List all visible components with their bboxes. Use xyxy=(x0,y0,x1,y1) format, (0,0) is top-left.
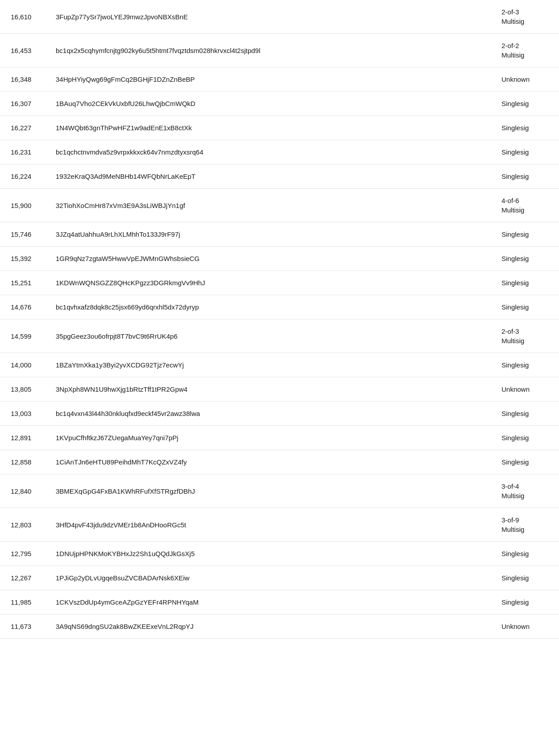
table-row: 12,8581CiAnTJn6eHTU89PeihdMhT7KcQZxVZ4fy… xyxy=(0,450,559,474)
table-row: 15,2511KDWnWQNSGZZ8QHcKPgzz3DGRkmgVv9HhJ… xyxy=(0,271,559,295)
row-number: 12,267 xyxy=(0,566,45,590)
table-row: 16,453bc1qx2x5cqhymfcnjtg902ky6u5t5htmt7… xyxy=(0,34,559,67)
row-address: 3HfD4pvF43jdu9dzVMEr1b8AnDHooRGc5t xyxy=(45,508,487,542)
row-type: Singlesig xyxy=(487,222,559,247)
row-number: 14,599 xyxy=(0,319,45,353)
row-address: 1PJiGp2yDLvUgqeBsuZVCBADArNsk6XEiw xyxy=(45,566,487,590)
table-row: 16,231bc1qchctnvmdva5z9vrpxkkxck64v7nmzd… xyxy=(0,140,559,164)
main-container: 16,6103FupZp77ySr7jwoLYEJ9mwzJpvoNBXsBnE… xyxy=(0,0,559,756)
table-row: 12,8911KVpuCfhftkzJ67ZUegaMuaYey7qni7pPj… xyxy=(0,426,559,450)
row-type: Singlesig xyxy=(487,542,559,566)
row-address: 3FupZp77ySr7jwoLYEJ9mwzJpvoNBXsBnE xyxy=(45,0,487,34)
row-address: 1KVpuCfhftkzJ67ZUegaMuaYey7qni7pPj xyxy=(45,426,487,450)
row-type: Singlesig xyxy=(487,402,559,426)
table-row: 15,3921GR9qNz7zgtaW5HwwVpEJWMnGWhsbsieCG… xyxy=(0,247,559,271)
row-number: 16,453 xyxy=(0,34,45,67)
table-row: 15,90032TiohXoCmHr87xVm3E9A3sLiWBJjYn1gf… xyxy=(0,189,559,222)
row-type: 4-of-6Multisig xyxy=(487,189,559,222)
row-type: Singlesig xyxy=(487,566,559,590)
table-row: 11,9851CKVszDdUp4ymGceAZpGzYEFr4RPNHYqaM… xyxy=(0,590,559,615)
table-row: 12,7951DNUjpHPNKMoKYBHxJz2Sh1uQQdJkGsXj5… xyxy=(0,542,559,566)
row-number: 15,900 xyxy=(0,189,45,222)
row-type: Singlesig xyxy=(487,271,559,295)
row-number: 15,746 xyxy=(0,222,45,247)
row-type: Unknown xyxy=(487,377,559,402)
row-type: Singlesig xyxy=(487,116,559,140)
row-type: Singlesig xyxy=(487,590,559,615)
row-address: 32TiohXoCmHr87xVm3E9A3sLiWBJjYn1gf xyxy=(45,189,487,222)
row-address: bc1qvhxafz8dqk8c25jsx669yd6qrxhl5dx72dyr… xyxy=(45,295,487,319)
row-type: Singlesig xyxy=(487,450,559,474)
table-row: 15,7463JZq4atUahhuA9rLhXLMhhTo133J9rF97j… xyxy=(0,222,559,247)
row-address: 34HpHYiyQwg69gFmCq2BGHjF1DZnZnBeBP xyxy=(45,67,487,92)
row-address: 1932eKraQ3Ad9MeNBHb14WFQbNrLaKeEpT xyxy=(45,164,487,189)
row-number: 12,803 xyxy=(0,508,45,542)
table-row: 12,8403BMEXqGpG4FxBA1KWhRFufXfSTRgzfDBhJ… xyxy=(0,474,559,508)
row-type: 3-of-4Multisig xyxy=(487,474,559,508)
row-type: Singlesig xyxy=(487,353,559,377)
row-number: 14,676 xyxy=(0,295,45,319)
row-type: Singlesig xyxy=(487,164,559,189)
table-row: 13,003bc1q4vxn43l44h30nkluqfxd9eckf45vr2… xyxy=(0,402,559,426)
table-row: 14,59935pgGeez3ou6ofrpjt8T7bvC9t6RrUK4p6… xyxy=(0,319,559,353)
table-row: 16,34834HpHYiyQwg69gFmCq2BGHjF1DZnZnBeBP… xyxy=(0,67,559,92)
table-row: 16,3071BAuq7Vho2CEkVkUxbfU26LhwQjbCmWQkD… xyxy=(0,92,559,116)
row-address: bc1qchctnvmdva5z9vrpxkkxck64v7nmzdtyxsrq… xyxy=(45,140,487,164)
row-number: 16,231 xyxy=(0,140,45,164)
row-address: 1GR9qNz7zgtaW5HwwVpEJWMnGWhsbsieCG xyxy=(45,247,487,271)
row-address: 3JZq4atUahhuA9rLhXLMhhTo133J9rF97j xyxy=(45,222,487,247)
table-row: 11,6733A9qNS69dngSU2ak8BwZKEExeVnL2RqpYJ… xyxy=(0,615,559,639)
row-number: 16,224 xyxy=(0,164,45,189)
row-type: Singlesig xyxy=(487,426,559,450)
row-address: 35pgGeez3ou6ofrpjt8T7bvC9t6RrUK4p6 xyxy=(45,319,487,353)
table-row: 12,8033HfD4pvF43jdu9dzVMEr1b8AnDHooRGc5t… xyxy=(0,508,559,542)
row-number: 11,673 xyxy=(0,615,45,639)
table-row: 16,2271N4WQbt63gnThPwHFZ1w9adEnE1xB8ctXk… xyxy=(0,116,559,140)
row-number: 16,307 xyxy=(0,92,45,116)
row-type: Unknown xyxy=(487,67,559,92)
row-number: 16,227 xyxy=(0,116,45,140)
row-address: 1CKVszDdUp4ymGceAZpGzYEFr4RPNHYqaM xyxy=(45,590,487,615)
row-number: 16,348 xyxy=(0,67,45,92)
row-number: 12,891 xyxy=(0,426,45,450)
row-number: 12,858 xyxy=(0,450,45,474)
row-number: 13,805 xyxy=(0,377,45,402)
row-type: Singlesig xyxy=(487,247,559,271)
row-address: bc1qx2x5cqhymfcnjtg902ky6u5t5htmt7fvqztd… xyxy=(45,34,487,67)
row-number: 16,610 xyxy=(0,0,45,34)
data-table: 16,6103FupZp77ySr7jwoLYEJ9mwzJpvoNBXsBnE… xyxy=(0,0,559,639)
table-row: 16,2241932eKraQ3Ad9MeNBHb14WFQbNrLaKeEpT… xyxy=(0,164,559,189)
row-address: 3BMEXqGpG4FxBA1KWhRFufXfSTRgzfDBhJ xyxy=(45,474,487,508)
row-number: 14,000 xyxy=(0,353,45,377)
row-type: 2-of-3Multisig xyxy=(487,319,559,353)
row-number: 11,985 xyxy=(0,590,45,615)
row-type: Singlesig xyxy=(487,140,559,164)
row-address: 3A9qNS69dngSU2ak8BwZKEExeVnL2RqpYJ xyxy=(45,615,487,639)
row-address: 1CiAnTJn6eHTU89PeihdMhT7KcQZxVZ4fy xyxy=(45,450,487,474)
row-type: 3-of-9Multisig xyxy=(487,508,559,542)
row-address: 1DNUjpHPNKMoKYBHxJz2Sh1uQQdJkGsXj5 xyxy=(45,542,487,566)
row-address: 3NpXph8WN1U9hwXjg1bRtzTff1tPR2Gpw4 xyxy=(45,377,487,402)
row-address: 1KDWnWQNSGZZ8QHcKPgzz3DGRkmgVv9HhJ xyxy=(45,271,487,295)
row-type: Unknown xyxy=(487,615,559,639)
row-number: 15,251 xyxy=(0,271,45,295)
row-type: Singlesig xyxy=(487,92,559,116)
row-address: 1BZaYtmXka1y3Byi2yvXCDG92Tjz7ecwYj xyxy=(45,353,487,377)
row-number: 13,003 xyxy=(0,402,45,426)
row-type: 2-of-3Multisig xyxy=(487,0,559,34)
table-row: 12,2671PJiGp2yDLvUgqeBsuZVCBADArNsk6XEiw… xyxy=(0,566,559,590)
row-number: 12,795 xyxy=(0,542,45,566)
row-type: Singlesig xyxy=(487,295,559,319)
row-address: bc1q4vxn43l44h30nkluqfxd9eckf45vr2awz38l… xyxy=(45,402,487,426)
row-address: 1N4WQbt63gnThPwHFZ1w9adEnE1xB8ctXk xyxy=(45,116,487,140)
table-row: 13,8053NpXph8WN1U9hwXjg1bRtzTff1tPR2Gpw4… xyxy=(0,377,559,402)
row-address: 1BAuq7Vho2CEkVkUxbfU26LhwQjbCmWQkD xyxy=(45,92,487,116)
row-type: 2-of-2Multisig xyxy=(487,34,559,67)
table-row: 14,676bc1qvhxafz8dqk8c25jsx669yd6qrxhl5d… xyxy=(0,295,559,319)
row-number: 15,392 xyxy=(0,247,45,271)
table-row: 16,6103FupZp77ySr7jwoLYEJ9mwzJpvoNBXsBnE… xyxy=(0,0,559,34)
table-row: 14,0001BZaYtmXka1y3Byi2yvXCDG92Tjz7ecwYj… xyxy=(0,353,559,377)
row-number: 12,840 xyxy=(0,474,45,508)
